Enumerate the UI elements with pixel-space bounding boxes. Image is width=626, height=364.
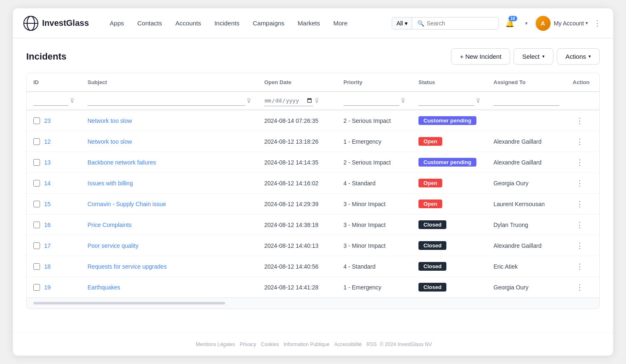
subject-link[interactable]: Earthquakes [88, 284, 120, 291]
row-action-menu[interactable]: ⋮ [573, 282, 587, 293]
filter-date-icon[interactable]: ⊽ [315, 97, 319, 104]
cell-priority: 1 - Emergency [337, 277, 412, 298]
nav-markets[interactable]: Markets [292, 16, 326, 30]
select-button[interactable]: Select ▾ [513, 48, 553, 65]
row-checkbox[interactable] [33, 138, 40, 145]
notification-chevron[interactable]: ▾ [521, 17, 532, 29]
status-badge: Customer pending [418, 158, 476, 167]
cell-status: Customer pending [412, 152, 487, 173]
filter-assigned-input[interactable] [493, 96, 559, 106]
cell-open-date: 2024-08-12 14:38:18 [258, 214, 337, 235]
subject-link[interactable]: Issues with billing [88, 180, 133, 187]
cell-action: ⋮ [566, 277, 599, 298]
avatar[interactable]: A [536, 16, 551, 31]
kebab-menu-button[interactable]: ⋮ [591, 17, 603, 29]
cell-id: 19 [27, 277, 81, 298]
row-checkbox[interactable] [33, 263, 40, 270]
filter-dropdown[interactable]: All ▾ [392, 17, 412, 29]
row-checkbox[interactable] [33, 222, 40, 228]
table-row: 12 Network too slow 2024-08-12 13:18:26 … [27, 131, 599, 152]
subject-link[interactable]: Cornavin - Supply Chain issue [88, 201, 166, 207]
row-checkbox[interactable] [33, 117, 40, 124]
filter-status-icon[interactable]: ⊽ [476, 97, 480, 104]
cell-subject: Network too slow [81, 131, 258, 152]
id-link[interactable]: 17 [44, 242, 51, 249]
nav-contacts[interactable]: Contacts [132, 16, 168, 30]
filter-priority-icon[interactable]: ⊽ [401, 97, 405, 104]
nav-apps[interactable]: Apps [104, 16, 130, 30]
nav-incidents[interactable]: Incidents [208, 16, 245, 30]
footer-mentions[interactable]: Mentions Légales [196, 342, 235, 347]
notification-button[interactable]: 🔔 10 [502, 16, 517, 31]
cell-subject: Requests for service upgrades [81, 256, 258, 277]
cell-id: 13 [27, 152, 81, 173]
id-link[interactable]: 23 [44, 117, 51, 124]
row-action-menu[interactable]: ⋮ [573, 157, 587, 168]
row-action-menu[interactable]: ⋮ [573, 177, 587, 189]
nav-campaigns[interactable]: Campaigns [247, 16, 290, 30]
cell-id: 14 [27, 173, 81, 194]
footer-accessibility[interactable]: Accessibilité [334, 342, 362, 347]
cell-id: 15 [27, 194, 81, 214]
filter-action-cell [566, 92, 599, 110]
cell-assigned-to: Georgia Oury [487, 277, 566, 298]
search-filter-bar: All ▾ 🔍 [392, 17, 498, 30]
subject-link[interactable]: Network too slow [88, 138, 132, 145]
filter-date-input[interactable] [264, 95, 313, 106]
subject-link[interactable]: Price Complaints [88, 222, 132, 228]
row-action-menu[interactable]: ⋮ [573, 261, 587, 272]
new-incident-button[interactable]: + New Incident [451, 48, 510, 65]
filter-id-input[interactable] [33, 96, 68, 106]
col-header-subject: Subject [81, 73, 258, 92]
cell-assigned-to: Eric Atiek [487, 256, 566, 277]
footer-privacy[interactable]: Privacy [240, 342, 256, 347]
id-link[interactable]: 16 [44, 222, 51, 228]
id-link[interactable]: 19 [44, 284, 51, 291]
scroll-indicator[interactable] [33, 302, 225, 304]
subject-link[interactable]: Poor service quality [88, 242, 138, 249]
nav-more[interactable]: More [328, 16, 353, 30]
row-action-menu[interactable]: ⋮ [573, 240, 587, 252]
row-action-menu[interactable]: ⋮ [573, 115, 587, 127]
row-checkbox[interactable] [33, 284, 40, 291]
status-badge: Closed [418, 241, 446, 250]
search-icon: 🔍 [417, 20, 424, 27]
subject-link[interactable]: Network too slow [88, 117, 132, 124]
table-row: 14 Issues with billing 2024-08-12 14:16:… [27, 173, 599, 194]
footer-cookies[interactable]: Cookies [261, 342, 279, 347]
row-checkbox[interactable] [33, 180, 40, 187]
id-link[interactable]: 12 [44, 138, 51, 145]
row-action-menu[interactable]: ⋮ [573, 219, 587, 231]
id-link[interactable]: 14 [44, 180, 51, 187]
filter-id-icon[interactable]: ⊽ [70, 97, 74, 104]
filter-subject-icon[interactable]: ⊽ [247, 97, 251, 104]
table-row: 17 Poor service quality 2024-08-12 14:40… [27, 235, 599, 256]
logo[interactable]: InvestGlass [23, 15, 89, 31]
id-link[interactable]: 13 [44, 159, 51, 166]
subject-link[interactable]: Backbone network failures [88, 159, 156, 166]
status-badge: Closed [418, 220, 446, 229]
my-account-button[interactable]: My Account ▾ [554, 20, 588, 27]
cell-subject: Network too slow [81, 110, 258, 131]
search-input[interactable] [427, 20, 493, 27]
scroll-bar-row [27, 297, 599, 309]
table-row: 15 Cornavin - Supply Chain issue 2024-08… [27, 194, 599, 214]
actions-button[interactable]: Actions ▾ [557, 48, 600, 65]
id-link[interactable]: 18 [44, 263, 51, 270]
filter-subject-input[interactable] [88, 96, 245, 106]
col-header-id: ID [27, 73, 81, 92]
row-checkbox[interactable] [33, 201, 40, 207]
cell-priority: 2 - Serious Impact [337, 152, 412, 173]
filter-priority-input[interactable] [343, 96, 399, 106]
id-link[interactable]: 15 [44, 201, 51, 207]
row-action-menu[interactable]: ⋮ [573, 136, 587, 147]
footer-rss[interactable]: RSS [366, 342, 377, 347]
row-checkbox[interactable] [33, 242, 40, 249]
subject-link[interactable]: Requests for service upgrades [88, 263, 167, 270]
row-action-menu[interactable]: ⋮ [573, 198, 587, 210]
filter-status-input[interactable] [418, 96, 474, 106]
status-badge: Customer pending [418, 116, 476, 125]
row-checkbox[interactable] [33, 159, 40, 166]
footer-info[interactable]: Information Publique [284, 342, 330, 347]
nav-accounts[interactable]: Accounts [170, 16, 207, 30]
